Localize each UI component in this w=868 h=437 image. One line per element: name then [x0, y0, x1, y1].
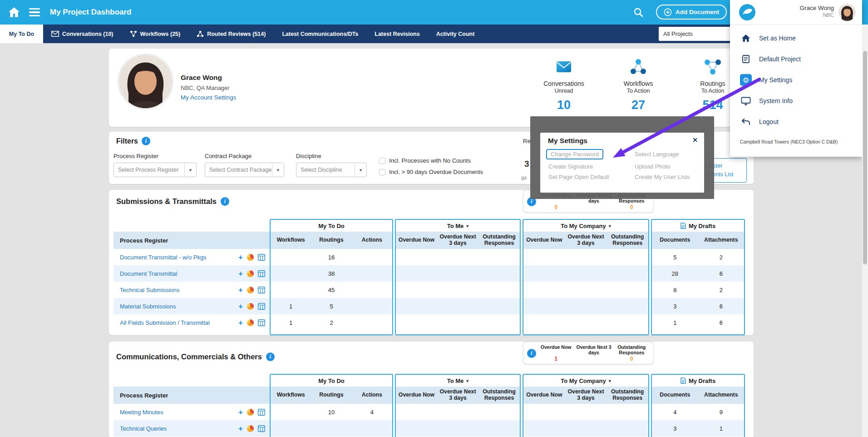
report-icon[interactable]: [258, 287, 265, 293]
option-create-signature[interactable]: Create Signature: [546, 163, 632, 170]
menu-item-logout[interactable]: Logout: [730, 111, 862, 132]
filter-process-register: Process Register Select Process Register…: [113, 153, 197, 177]
communications-section: Communications, Commercials & Others i i…: [109, 342, 754, 437]
routings-icon: [704, 58, 722, 76]
process-register-link[interactable]: Meeting Minutes: [120, 409, 163, 416]
table-row-values: 15: [271, 298, 392, 314]
group-label-to-my-company[interactable]: To My Company▾: [523, 220, 648, 232]
report-icon[interactable]: [258, 270, 265, 277]
column-header-process-register: Process Register: [113, 232, 270, 249]
pie-chart-icon[interactable]: [247, 425, 254, 432]
checkbox[interactable]: [379, 169, 385, 175]
table-row-values: [396, 249, 520, 265]
tab-my-to-do[interactable]: My To Do: [0, 25, 43, 43]
add-icon[interactable]: +: [238, 253, 243, 261]
pie-chart-icon[interactable]: [247, 303, 254, 310]
group-to-my-company: To My Company▾ Overdue Now Overdue Next …: [523, 219, 649, 335]
group-label-to-me[interactable]: To Me▾: [396, 375, 520, 387]
stat-conversations[interactable]: Conversations Unread 10: [530, 58, 598, 112]
pie-chart-icon[interactable]: [247, 319, 254, 326]
group-my-to-do: My To Do Workflows Routings Actions 104: [270, 374, 393, 437]
menu-item-set-as-home[interactable]: Set as Home: [730, 28, 862, 49]
user-name: Grace Wong: [181, 74, 222, 82]
pie-chart-icon[interactable]: [247, 254, 254, 261]
checkbox[interactable]: [379, 158, 385, 164]
avatar[interactable]: [838, 4, 856, 21]
tab-workflows[interactable]: Workflows (25): [130, 30, 181, 37]
info-icon[interactable]: i: [221, 197, 229, 206]
process-register-link[interactable]: Technical Queries: [120, 425, 167, 432]
process-register-link[interactable]: Technical Submissions: [120, 287, 180, 293]
info-icon[interactable]: i: [527, 349, 536, 358]
user-name: Grace Wong: [799, 5, 834, 11]
process-register-link[interactable]: Document Transmittal - w/o Pkgs: [120, 254, 207, 261]
option-create-my-user-lists[interactable]: Create My User Lists: [632, 174, 700, 180]
group-my-to-do: My To Do Workflows Routings Actions 16 3…: [270, 219, 393, 335]
column-header: Overdue Next 3 days: [437, 232, 478, 249]
discipline-select[interactable]: Select Discipline ▾: [296, 163, 367, 177]
option-set-page-open-default[interactable]: Set Page Open Default: [546, 174, 632, 180]
scrollbar-track[interactable]: [862, 25, 868, 437]
add-document-button[interactable]: Add Document: [656, 5, 727, 20]
report-icon[interactable]: [258, 319, 265, 326]
option-change-password[interactable]: Change Password: [546, 149, 603, 159]
report-icon[interactable]: [258, 254, 265, 261]
process-register-link[interactable]: Material Submissions: [120, 303, 176, 310]
report-icon[interactable]: [258, 409, 265, 416]
close-icon[interactable]: ✕: [692, 136, 698, 144]
chevron-down-icon[interactable]: ▾: [184, 163, 196, 177]
tab-activity-count[interactable]: Activity Count: [436, 31, 475, 37]
submissions-section: Submissions & Transmittals i i Overdue N…: [109, 190, 754, 335]
add-icon[interactable]: +: [238, 319, 243, 327]
chevron-down-icon[interactable]: ▾: [272, 163, 284, 177]
user-menu-panel: Grace Wong NBC Set as Home Default Proje…: [730, 0, 862, 157]
table-row-values: 286: [652, 265, 744, 282]
table-row-values: [523, 265, 648, 282]
option-upload-photo[interactable]: Upload Photo: [632, 163, 700, 170]
asite-logo[interactable]: [739, 4, 755, 22]
pie-chart-icon[interactable]: [247, 287, 254, 293]
menu-icon[interactable]: [29, 8, 40, 17]
chevron-down-icon: ▾: [466, 223, 469, 228]
stat-value[interactable]: 27: [604, 98, 672, 112]
tab-conversations[interactable]: Conversations (10): [51, 31, 113, 37]
search-icon[interactable]: [633, 7, 643, 19]
tab-latest-communications[interactable]: Latest Communications/DTs: [282, 31, 358, 37]
info-icon[interactable]: i: [266, 353, 275, 361]
my-account-settings-link[interactable]: My Account Settings: [181, 94, 236, 101]
add-icon[interactable]: +: [238, 270, 243, 278]
add-icon[interactable]: +: [238, 425, 243, 432]
menu-item-my-settings[interactable]: ⚙ My Settings: [730, 70, 862, 90]
menu-item-default-project[interactable]: Default Project: [730, 49, 862, 70]
group-label-to-me[interactable]: To Me▾: [396, 220, 520, 232]
my-settings-modal: My Settings ✕ Change Password Select Lan…: [530, 116, 714, 199]
stat-value[interactable]: 10: [530, 98, 598, 112]
pie-chart-icon[interactable]: [247, 409, 254, 416]
add-icon[interactable]: +: [238, 303, 243, 310]
checkbox-overdue-90-days[interactable]: Incl. > 90 days Overdue Documents: [379, 169, 483, 175]
report-icon[interactable]: [258, 303, 265, 310]
home-icon[interactable]: [8, 7, 20, 18]
process-register-link[interactable]: Document Transmittal: [120, 270, 177, 277]
report-icon[interactable]: [258, 425, 265, 432]
contract-package-select[interactable]: Select Contract Package ▾: [205, 163, 284, 177]
chevron-down-icon[interactable]: ▾: [355, 163, 366, 177]
info-icon[interactable]: i: [142, 137, 150, 145]
menu-item-system-info[interactable]: System Info: [730, 90, 862, 111]
add-icon[interactable]: +: [238, 408, 243, 416]
tab-routed-reviews[interactable]: Routed Reviews (514): [197, 30, 266, 37]
avatar[interactable]: [118, 54, 173, 109]
workflow-icon: [130, 30, 137, 37]
tab-latest-revisions[interactable]: Latest Revisions: [375, 31, 419, 37]
scrollbar-thumb[interactable]: [863, 51, 867, 264]
column-header: Overdue Now: [396, 232, 437, 249]
process-register-link[interactable]: All Fields Submission / Transmittal: [120, 319, 210, 326]
add-icon[interactable]: +: [238, 286, 243, 294]
checkbox-no-counts[interactable]: Incl. Processes with No Counts: [379, 157, 471, 164]
group-label-to-my-company[interactable]: To My Company▾: [523, 375, 648, 387]
option-select-language[interactable]: Select Language: [632, 151, 700, 158]
process-register-column: Process Register Document Transmittal - …: [113, 219, 270, 331]
pie-chart-icon[interactable]: [247, 270, 254, 277]
process-register-select[interactable]: Select Process Register ▾: [113, 163, 197, 177]
stat-workflows[interactable]: Workflows To Action 27: [604, 58, 672, 112]
